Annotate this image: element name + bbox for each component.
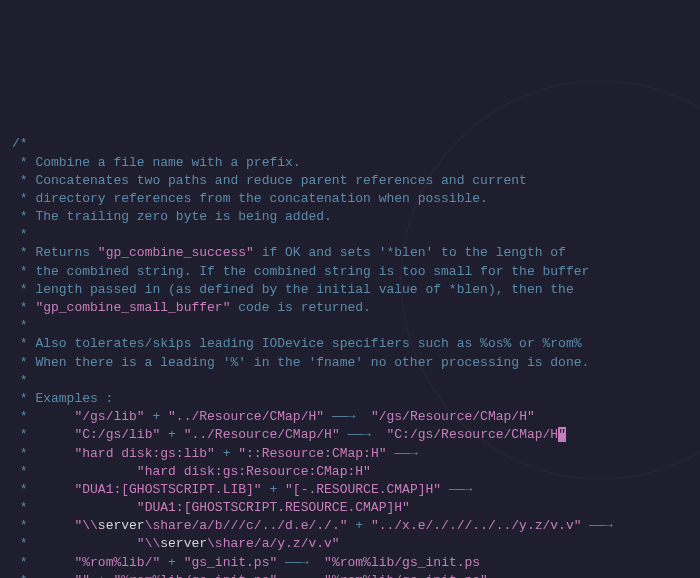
comment-line: code is returned.: [230, 300, 370, 315]
comment-line: * When there is a leading '%' in the 'fn…: [12, 355, 589, 370]
string-literal: "gs_init.ps": [184, 555, 278, 570]
comment-line: *: [12, 300, 35, 315]
arrow-icon: ——→: [285, 573, 308, 578]
string-literal: "DUA1:[GHOSTSCRIPT.RESOURCE.CMAP]H": [137, 500, 410, 515]
string-literal: "C:/gs/Resource/CMap/H: [387, 427, 559, 442]
comment-line: *: [12, 373, 28, 388]
string-literal: "../Resource/CMap/H": [168, 409, 324, 424]
string-literal: "\\: [74, 518, 97, 533]
string-literal: "../Resource/CMap/H": [184, 427, 340, 442]
comment-line: *: [12, 227, 28, 242]
string-literal: "hard disk:gs:lib": [74, 446, 214, 461]
comment-line: * Examples :: [12, 391, 113, 406]
string-literal: "gp_combine_small_buffer": [35, 300, 230, 315]
string-literal: "": [74, 573, 90, 578]
comment-line: * the combined string. If the combined s…: [12, 264, 589, 279]
string-literal: "gp_combine_success": [98, 245, 254, 260]
string-literal: "::Resource:CMap:H": [238, 446, 386, 461]
comment-line: *: [12, 536, 137, 551]
comment-line: *: [12, 409, 74, 424]
string-literal: "../x.e/././/../../y.z/v.v": [371, 518, 582, 533]
string-literal: "%rom%lib/": [74, 555, 160, 570]
cursor-position: ": [558, 427, 566, 442]
comment-line: *: [12, 464, 137, 479]
string-literal: "[-.RESOURCE.CMAP]H": [285, 482, 441, 497]
comment-line: *: [12, 446, 74, 461]
comment-line: * directory references from the concaten…: [12, 191, 488, 206]
string-literal: "%rom%lib/gs_init.ps: [324, 555, 480, 570]
comment-line: *: [12, 318, 28, 333]
comment-line: /*: [12, 136, 28, 151]
comment-line: *: [12, 500, 137, 515]
string-literal: "C:/gs/lib": [74, 427, 160, 442]
string-literal: "hard disk:gs:Resource:CMap:H": [137, 464, 371, 479]
arrow-icon: ——→: [285, 555, 308, 570]
comment-line: *: [12, 518, 74, 533]
comment-line: *: [12, 427, 74, 442]
arrow-icon: ——→: [589, 518, 612, 533]
comment-line: * Also tolerates/skips leading IODevice …: [12, 336, 582, 351]
arrow-icon: ——→: [394, 446, 417, 461]
string-literal: "DUA1:[GHOSTSCRIPT.LIB]": [74, 482, 261, 497]
comment-line: * Returns: [12, 245, 98, 260]
comment-line: if OK and sets '*blen' to the length of: [254, 245, 566, 260]
code-editor-content: /* * Combine a file name with a prefix. …: [12, 117, 688, 578]
comment-line: * Concatenates two paths and reduce pare…: [12, 173, 527, 188]
string-literal: "%rom%lib/gs_init.ps": [324, 573, 488, 578]
comment-line: * Combine a file name with a prefix.: [12, 155, 301, 170]
comment-line: *: [12, 555, 74, 570]
string-literal: "%rom%lib/gs_init.ps": [113, 573, 277, 578]
string-literal: "\\: [137, 536, 160, 551]
arrow-icon: ——→: [332, 409, 355, 424]
comment-line: * The trailing zero byte is being added.: [12, 209, 332, 224]
comment-line: *: [12, 573, 74, 578]
string-literal: "/gs/Resource/CMap/H": [371, 409, 535, 424]
string-literal: "/gs/lib": [74, 409, 144, 424]
comment-line: *: [12, 482, 74, 497]
arrow-icon: ——→: [449, 482, 472, 497]
arrow-icon: ——→: [348, 427, 371, 442]
comment-line: * length passed in (as defined by the in…: [12, 282, 574, 297]
